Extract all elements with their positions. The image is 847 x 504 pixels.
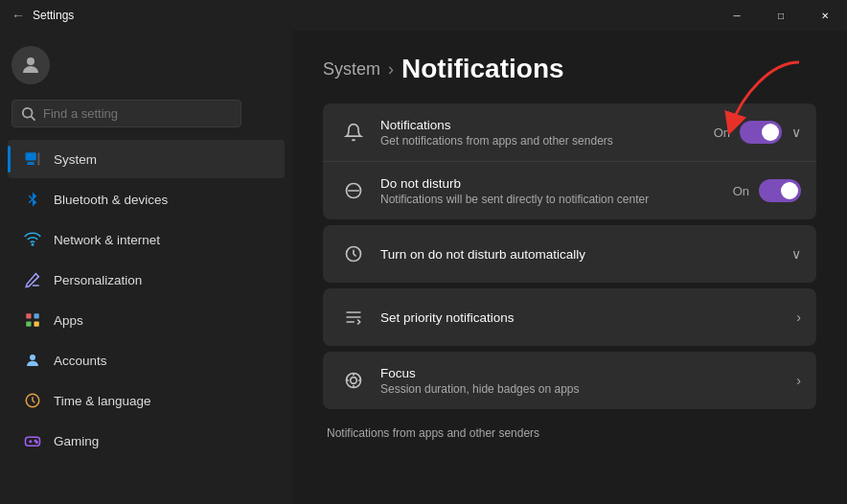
- app-body: System Bluetooth & devices Network & int…: [0, 31, 847, 504]
- minimize-button[interactable]: ─: [715, 0, 759, 31]
- sidebar-label-time: Time & language: [54, 394, 151, 408]
- sidebar-label-bluetooth: Bluetooth & devices: [54, 193, 168, 207]
- close-button[interactable]: ✕: [803, 0, 847, 31]
- time-icon: [23, 391, 42, 410]
- notification-bell-icon: [338, 117, 369, 148]
- svg-rect-3: [27, 164, 34, 166]
- titlebar: ← Settings ─ □ ✕: [0, 0, 847, 31]
- notifications-chevron[interactable]: ∨: [791, 125, 801, 140]
- auto-dnd-right: ∨: [791, 246, 801, 262]
- svg-rect-9: [34, 313, 39, 318]
- titlebar-title: Settings: [33, 9, 74, 22]
- focus-row[interactable]: Focus Session duration, hide badges on a…: [323, 352, 816, 409]
- svg-point-12: [30, 355, 35, 360]
- svg-rect-11: [34, 322, 39, 327]
- auto-dnd-row[interactable]: Turn on do not disturb automatically ∨: [323, 225, 816, 283]
- notifications-toggle[interactable]: [740, 121, 782, 144]
- sidebar-label-network: Network & internet: [54, 233, 160, 247]
- bottom-section-label: Notifications from apps and other sender…: [323, 415, 816, 446]
- svg-point-16: [36, 442, 38, 444]
- apps-icon: [23, 310, 42, 330]
- maximize-button[interactable]: □: [759, 0, 803, 31]
- auto-dnd-text: Turn on do not disturb automatically: [380, 247, 791, 262]
- auto-dnd-chevron[interactable]: ∨: [791, 246, 801, 262]
- priority-text: Set priority notifications: [380, 310, 796, 325]
- dnd-subtitle: Notifications will be sent directly to n…: [380, 193, 733, 206]
- back-button[interactable]: ←: [11, 8, 25, 23]
- svg-rect-10: [26, 322, 31, 327]
- notifications-subtitle: Get notifications from apps and other se…: [380, 134, 714, 148]
- priority-row[interactable]: Set priority notifications ›: [323, 288, 816, 346]
- dnd-icon: [338, 175, 369, 206]
- svg-rect-1: [26, 152, 36, 160]
- auto-dnd-title: Turn on do not disturb automatically: [380, 247, 791, 262]
- settings-card-auto-dnd: Turn on do not disturb automatically ∨: [323, 225, 816, 283]
- svg-rect-4: [37, 152, 39, 166]
- avatar[interactable]: [11, 46, 50, 84]
- focus-right: ›: [796, 373, 801, 388]
- notifications-toggle-label: On: [714, 126, 730, 140]
- focus-subtitle: Session duration, hide badges on apps: [380, 382, 796, 396]
- settings-card-priority: Set priority notifications ›: [323, 288, 816, 346]
- priority-icon: [338, 302, 369, 332]
- breadcrumb-current: Notifications: [401, 54, 564, 84]
- sidebar: System Bluetooth & devices Network & int…: [0, 31, 292, 504]
- svg-point-20: [351, 378, 357, 384]
- svg-rect-2: [28, 162, 34, 164]
- search-icon: [22, 107, 35, 121]
- sidebar-label-gaming: Gaming: [54, 434, 99, 448]
- breadcrumb-parent[interactable]: System: [323, 59, 380, 80]
- settings-card-focus: Focus Session duration, hide badges on a…: [323, 352, 816, 409]
- focus-title: Focus: [380, 366, 796, 380]
- accounts-icon: [23, 351, 42, 370]
- sidebar-label-accounts: Accounts: [54, 354, 107, 368]
- personalization-icon: [23, 270, 42, 289]
- dnd-toggle[interactable]: [759, 179, 801, 202]
- settings-card-notifications: Notifications Get notifications from app…: [323, 103, 816, 219]
- sidebar-item-time[interactable]: Time & language: [8, 381, 285, 420]
- priority-title: Set priority notifications: [380, 310, 796, 325]
- notifications-row[interactable]: Notifications Get notifications from app…: [323, 103, 816, 162]
- notifications-title: Notifications: [380, 118, 714, 132]
- priority-chevron[interactable]: ›: [796, 309, 801, 325]
- svg-rect-8: [26, 313, 31, 318]
- breadcrumb: System › Notifications: [323, 54, 816, 84]
- sidebar-label-apps: Apps: [54, 313, 83, 328]
- dnd-title: Do not disturb: [380, 176, 733, 191]
- sidebar-item-personalization[interactable]: Personalization: [8, 261, 285, 299]
- focus-text: Focus Session duration, hide badges on a…: [380, 366, 796, 396]
- svg-point-0: [27, 57, 34, 65]
- sidebar-item-gaming[interactable]: Gaming: [8, 422, 285, 460]
- focus-chevron[interactable]: ›: [796, 373, 801, 388]
- search-box[interactable]: [11, 100, 241, 127]
- system-icon: [23, 149, 42, 169]
- titlebar-controls: ─ □ ✕: [715, 0, 847, 31]
- sidebar-item-network[interactable]: Network & internet: [8, 220, 285, 259]
- sidebar-label-system: System: [54, 152, 97, 167]
- svg-point-7: [32, 244, 34, 246]
- bluetooth-icon: [23, 190, 42, 209]
- search-input[interactable]: [43, 106, 231, 121]
- dnd-toggle-label: On: [733, 184, 749, 198]
- main-panel: System › Notifications Notifications Get…: [292, 31, 847, 504]
- breadcrumb-separator: ›: [388, 59, 394, 80]
- dnd-text: Do not disturb Notifications will be sen…: [380, 176, 733, 206]
- sidebar-item-accounts[interactable]: Accounts: [8, 341, 285, 379]
- priority-right: ›: [796, 309, 801, 325]
- sidebar-label-personalization: Personalization: [54, 273, 142, 287]
- gaming-icon: [23, 431, 42, 450]
- focus-icon: [338, 365, 369, 396]
- sidebar-item-system[interactable]: System: [8, 140, 285, 178]
- sidebar-item-apps[interactable]: Apps: [8, 301, 285, 339]
- dnd-right: On: [733, 179, 801, 202]
- sidebar-item-bluetooth[interactable]: Bluetooth & devices: [8, 180, 285, 218]
- titlebar-left: ← Settings: [11, 8, 74, 23]
- do-not-disturb-row[interactable]: Do not disturb Notifications will be sen…: [323, 162, 816, 219]
- sidebar-top: [0, 38, 292, 100]
- network-icon: [23, 230, 42, 249]
- notifications-text: Notifications Get notifications from app…: [380, 118, 714, 148]
- notifications-right: On ∨: [714, 121, 801, 144]
- clock-icon: [338, 239, 369, 269]
